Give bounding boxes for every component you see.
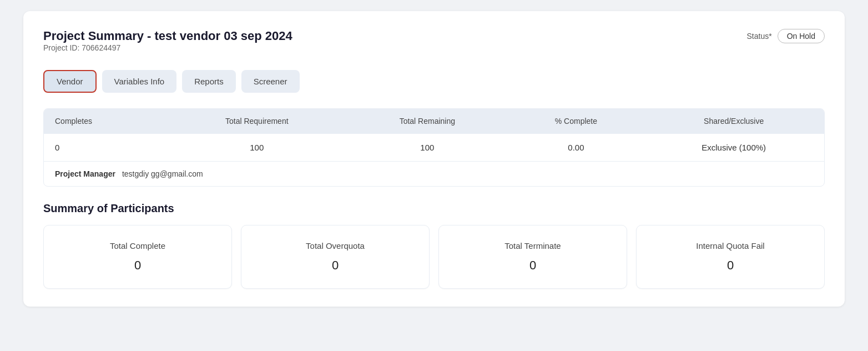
status-label: Status* [747, 32, 772, 41]
card-total-overquota-value: 0 [253, 258, 418, 273]
table-row: 0 100 100 0.00 Exclusive (100%) [44, 134, 824, 162]
main-card: Project Summary - test vendor 03 sep 202… [23, 11, 845, 307]
tab-variables-info[interactable]: Variables Info [102, 70, 177, 93]
cell-shared-exclusive: Exclusive (100%) [643, 134, 824, 162]
card-total-terminate-label: Total Terminate [450, 241, 615, 250]
participants-section: Summary of Participants Total Complete 0… [43, 202, 825, 289]
summary-table: Completes Total Requirement Total Remain… [44, 109, 824, 161]
card-internal-quota-fail-value: 0 [648, 258, 813, 273]
pm-label: Project Manager [55, 169, 115, 178]
col-header-total-rem: Total Remaining [346, 109, 508, 134]
cell-pct-complete: 0.00 [508, 134, 643, 162]
participants-title: Summary of Participants [43, 202, 825, 215]
pm-email: testgdiy gg@gmail.com [122, 169, 203, 178]
cell-total-req: 100 [168, 134, 346, 162]
tab-bar: Vendor Variables Info Reports Screener [43, 70, 825, 93]
col-header-total-req: Total Requirement [168, 109, 346, 134]
col-header-pct-complete: % Complete [508, 109, 643, 134]
card-total-overquota: Total Overquota 0 [241, 225, 430, 289]
card-internal-quota-fail-label: Internal Quota Fail [648, 241, 813, 250]
tab-reports[interactable]: Reports [182, 70, 236, 93]
col-header-completes: Completes [44, 109, 168, 134]
card-total-complete-label: Total Complete [55, 241, 220, 250]
summary-table-wrapper: Completes Total Requirement Total Remain… [43, 108, 825, 187]
card-total-terminate: Total Terminate 0 [438, 225, 627, 289]
col-header-shared-exclusive: Shared/Exclusive [643, 109, 824, 134]
card-internal-quota-fail: Internal Quota Fail 0 [636, 225, 825, 289]
status-badge: On Hold [778, 29, 825, 43]
card-total-complete-value: 0 [55, 258, 220, 273]
card-total-terminate-value: 0 [450, 258, 615, 273]
cell-total-rem: 100 [346, 134, 508, 162]
project-id: Project ID: 706624497 [43, 43, 292, 52]
tab-vendor[interactable]: Vendor [43, 70, 97, 93]
tab-screener[interactable]: Screener [241, 70, 300, 93]
title-block: Project Summary - test vendor 03 sep 202… [43, 29, 292, 66]
card-total-overquota-label: Total Overquota [253, 241, 418, 250]
page-title: Project Summary - test vendor 03 sep 202… [43, 29, 292, 43]
status-area: Status* On Hold [747, 29, 825, 43]
project-manager-row: Project Manager testgdiy gg@gmail.com [44, 161, 824, 186]
card-total-complete: Total Complete 0 [43, 225, 232, 289]
header-row: Project Summary - test vendor 03 sep 202… [43, 29, 825, 66]
participants-grid: Total Complete 0 Total Overquota 0 Total… [43, 225, 825, 289]
cell-completes: 0 [44, 134, 168, 162]
